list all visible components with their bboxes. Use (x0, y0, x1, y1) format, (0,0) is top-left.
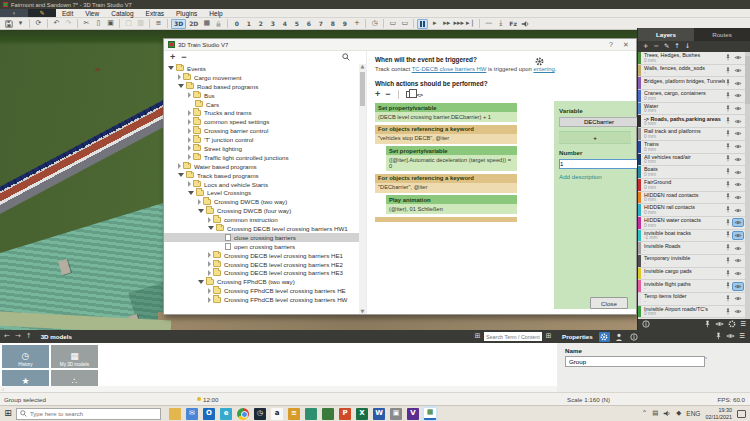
amazon-icon[interactable]: a (271, 408, 283, 420)
properties-menu-icon[interactable]: ☰ (739, 333, 745, 340)
camera-4-button[interactable]: 4 (279, 19, 290, 29)
layer-move-up-icon[interactable]: ↑ (674, 43, 679, 50)
layer-pin-icon[interactable] (725, 181, 731, 189)
menu-view[interactable]: View (79, 9, 105, 17)
layer-row[interactable]: FairGround0 mm (638, 179, 745, 192)
layer-pin-icon[interactable] (725, 168, 731, 176)
layer-pin-icon[interactable] (725, 257, 731, 265)
clock-app-icon[interactable]: ◷ (254, 408, 266, 420)
lock-icon[interactable] (213, 19, 224, 29)
expand-arrow-icon[interactable] (208, 252, 211, 258)
catalog-up-icon[interactable]: ↑ (26, 333, 32, 340)
expand-arrow-icon[interactable] (188, 181, 191, 187)
word-icon[interactable]: W (373, 408, 385, 420)
play-button[interactable]: ▸ (429, 19, 440, 29)
action-block[interactable]: Set property/variable([@iter].Automatic … (386, 146, 517, 171)
collapse-arrow-icon[interactable] (198, 280, 204, 284)
layer-pin-icon[interactable] (725, 244, 731, 252)
layer-row[interactable]: Invisible cargo pads- (638, 268, 745, 281)
action-add-button[interactable]: + (375, 90, 380, 99)
layer-pin-icon[interactable] (725, 79, 731, 87)
layer-pin-icon[interactable] (725, 231, 731, 239)
layer-row[interactable]: Cranes, cargo, containers0 mm (638, 90, 745, 103)
tree-item[interactable]: close crossing barriers (164, 233, 359, 242)
layers-menu-icon[interactable]: ☰ (740, 321, 746, 328)
tree-item[interactable]: 'T' junction control (164, 135, 359, 144)
content-search-button[interactable]: ⊞ (544, 332, 553, 341)
track-contact-link[interactable]: TC-DECB close barriers HW (412, 66, 487, 72)
layer-pin-icon[interactable] (725, 105, 731, 113)
camera-5-button[interactable]: 5 (291, 19, 302, 29)
action-remove-button[interactable]: − (385, 90, 390, 99)
food-app-icon[interactable]: ≡ (288, 408, 300, 420)
sim-time[interactable]: 12:00 (197, 396, 218, 403)
collapse-arrow-icon[interactable] (208, 226, 214, 230)
grid-icon[interactable]: ▦ (201, 19, 212, 29)
variable-add-button[interactable]: + (559, 131, 631, 144)
tree-item[interactable]: Level Crossings (164, 188, 359, 197)
expand-arrow-icon[interactable] (188, 92, 191, 98)
tree-item[interactable]: Crossing FPhdCB (two way) (164, 277, 359, 286)
tree-item[interactable]: Crossing DECB level crossing barriers HW… (164, 224, 359, 233)
tree-item[interactable]: Crossing DECB level crossing barriers HE… (164, 251, 359, 260)
action-code-icon[interactable]: <> (417, 92, 423, 98)
layer-eye-icon[interactable] (733, 232, 743, 239)
tray-speaker-icon[interactable] (663, 410, 671, 418)
camera-add-button[interactable]: + (351, 19, 362, 29)
entering-link[interactable]: entering (533, 66, 554, 72)
action-block[interactable]: For objects referencing a keyword"vehicl… (375, 125, 517, 144)
content-grid-icon[interactable]: ⊞ (473, 332, 482, 341)
tree-item[interactable]: Cars (164, 100, 359, 109)
layer-eye-icon[interactable] (733, 169, 743, 176)
layer-eye-icon[interactable] (733, 67, 743, 74)
expand-arrow-icon[interactable] (188, 145, 191, 151)
camera-9-button[interactable]: 9 (339, 19, 350, 29)
layer-pin-icon[interactable] (725, 206, 731, 214)
tree-search-icon[interactable] (342, 53, 350, 62)
tab-layers[interactable]: Layers (638, 28, 694, 41)
tree-item[interactable]: Crossing FPhdCB level crossing barriers … (164, 295, 359, 304)
tree-item[interactable]: common speed settings (164, 117, 359, 126)
layer-eye-icon[interactable] (733, 92, 743, 99)
app-icon-1[interactable] (305, 408, 317, 420)
menu-catalog[interactable]: Catalog (105, 9, 139, 17)
collapse-arrow-icon[interactable] (178, 173, 184, 177)
tree-item[interactable]: Crossing DECB level crossing barriers HE… (164, 268, 359, 277)
save-icon[interactable] (3, 19, 14, 29)
view-2d-button[interactable]: 2D (187, 19, 200, 29)
layers-eye-icon[interactable] (715, 321, 724, 328)
layer-eye-icon[interactable] (733, 130, 743, 137)
chrome-icon[interactable] (237, 408, 249, 420)
tree-item[interactable]: Crossing DECB level crossing barriers HE… (164, 260, 359, 269)
layer-row[interactable]: Temp items folder- (638, 293, 745, 306)
train-studio-icon[interactable]: ▦ (424, 408, 436, 420)
edge-icon[interactable]: e (220, 408, 232, 420)
dialog-titlebar[interactable]: 3D Train Studio V7 ? ✕ (164, 39, 636, 51)
speaker-icon[interactable] (520, 19, 531, 29)
clock-icon[interactable]: ◷ (369, 19, 380, 29)
layer-row[interactable]: Walls, fences, odds_sods- (638, 65, 745, 78)
start-button[interactable]: ⊞ (0, 409, 16, 418)
menu-extras[interactable]: Extras (140, 9, 170, 17)
layer-row[interactable]: Invisible Roads- (638, 242, 745, 255)
expand-arrow-icon[interactable] (178, 163, 181, 169)
tree-item[interactable]: open crossing barriers (164, 242, 359, 251)
layer-row[interactable]: HIDDEN rail contacts0 mm (638, 204, 745, 217)
tree-item[interactable]: Traffic light controlled junctions (164, 153, 359, 162)
layer-pin-icon[interactable] (725, 67, 731, 75)
tree-remove-button[interactable]: − (181, 53, 186, 62)
camera-8-button[interactable]: 8 (327, 19, 338, 29)
tree-item[interactable]: Bus (164, 91, 359, 100)
action-block-strip[interactable] (375, 217, 517, 222)
upload-icon[interactable]: ⤓ (495, 19, 506, 29)
menu-help[interactable]: Help (203, 9, 228, 17)
layer-pin-icon[interactable] (725, 130, 731, 138)
catalog-tile-history[interactable]: ◷History (2, 345, 49, 368)
fz-button[interactable]: Fz (507, 19, 519, 29)
tree-item[interactable]: Cargo movement (164, 73, 359, 82)
collapse-arrow-icon[interactable] (178, 84, 184, 88)
layer-row[interactable]: HIDDEN water contacts0 mm (638, 217, 745, 230)
minimize-icon[interactable]: — (483, 19, 494, 29)
skip-end-icon[interactable]: ▸❘ (465, 19, 476, 29)
tree-add-button[interactable]: + (170, 53, 175, 62)
